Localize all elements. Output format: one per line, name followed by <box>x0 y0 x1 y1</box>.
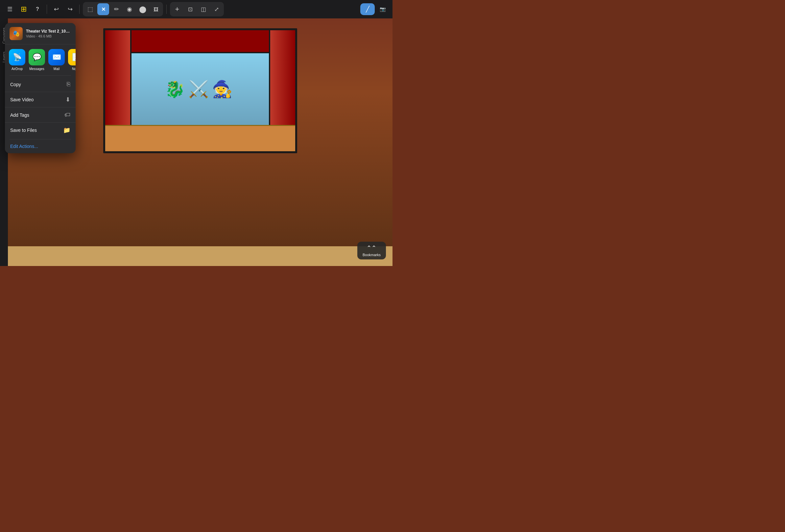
bookmarks-label: Bookmarks <box>362 253 381 257</box>
redo-button[interactable]: ↪ <box>64 3 76 15</box>
file-type: Video <box>26 34 35 38</box>
transform-icon: ✕ <box>101 6 105 12</box>
share-file-info: Theater Viz Test 2_1080x1920_High_Qu... … <box>26 29 71 38</box>
separator-2 <box>79 5 80 14</box>
save-to-files-icon: 📁 <box>63 127 70 134</box>
file-size: 49.6 MB <box>38 34 52 38</box>
bookmarks-button[interactable]: ⌃⌃ Bookmarks <box>357 242 386 259</box>
color-icon: ⬤ <box>139 5 146 13</box>
share-thumbnail: 🎭 <box>9 27 23 40</box>
save-to-files-label: Save to Files <box>10 128 37 133</box>
add-button[interactable]: + <box>171 3 183 15</box>
share-app-airdrop[interactable]: 📡 AirDrop <box>9 49 25 71</box>
share-file-name: Theater Viz Test 2_1080x1920_High_Qu... <box>26 29 71 33</box>
share-actions: Copy ⎘ Save Video ⬇ Add Tags 🏷 Save to F… <box>5 76 76 139</box>
share-app-mail[interactable]: ✉️ Mail <box>48 49 65 71</box>
edit-actions-row[interactable]: Edit Actions... <box>5 140 76 153</box>
messages-symbol: 💬 <box>32 53 42 61</box>
grid-button[interactable]: ⊞ <box>18 3 30 15</box>
color-tool-button[interactable]: ⬤ <box>137 3 149 15</box>
camera-icon: 📷 <box>380 6 386 12</box>
add-tags-icon: 🏷 <box>65 111 70 118</box>
airdrop-icon: 📡 <box>9 49 25 66</box>
brush-button[interactable]: ╱ <box>360 3 375 15</box>
copy-icon: ⎘ <box>67 81 70 88</box>
pen-tool-button[interactable]: ✏ <box>110 3 122 15</box>
question-icon: ? <box>36 6 39 12</box>
share-file-meta: Video · 49.6 MB <box>26 34 71 38</box>
notes-label: Notes <box>72 67 76 71</box>
share-header: 🎭 Theater Viz Test 2_1080x1920_High_Qu..… <box>5 23 76 44</box>
media-icon: 🖼 <box>153 6 158 12</box>
select-tool-button[interactable]: ⬚ <box>84 3 96 15</box>
messages-label: Messages <box>29 67 44 71</box>
add-icon: + <box>175 5 179 14</box>
fill-tool-button[interactable]: ◉ <box>124 3 135 15</box>
copy-label: Copy <box>10 82 21 87</box>
save-video-icon: ⬇ <box>66 96 70 103</box>
edit-actions-label: Edit Actions... <box>10 144 38 149</box>
help-button[interactable]: ? <box>31 3 43 15</box>
toolbar: ☰ ⊞ ? ↩ ↪ ⬚ ✕ ✏ ◉ ⬤ 🖼 + <box>0 0 392 19</box>
mail-symbol: ✉️ <box>52 53 61 61</box>
camera-button[interactable]: 📷 <box>377 3 388 15</box>
layers-button[interactable]: ◫ <box>198 3 209 15</box>
share-apps-row: 📡 AirDrop 💬 Messages ✉️ Mail 📝 Notes 🔶 <box>5 44 76 75</box>
stage-characters: 🐉⚔️🧙 <box>165 80 236 99</box>
save-to-files-action[interactable]: Save to Files 📁 <box>5 123 76 138</box>
hamburger-icon: ☰ <box>7 6 12 13</box>
airdrop-label: AirDrop <box>11 67 23 71</box>
animate-button[interactable]: ⤢ <box>211 3 223 15</box>
brush-icon: ╱ <box>366 6 370 13</box>
fill-icon: ◉ <box>127 6 132 13</box>
mail-label: Mail <box>54 67 59 71</box>
transform-tool-button[interactable]: ✕ <box>97 3 109 15</box>
mail-icon: ✉️ <box>48 49 65 66</box>
crop-button[interactable]: ⊡ <box>184 3 196 15</box>
share-panel: 🎭 Theater Viz Test 2_1080x1920_High_Qu..… <box>5 23 76 153</box>
media-tool-button[interactable]: 🖼 <box>150 3 162 15</box>
toolbar-end: ╱ 📷 <box>360 3 388 15</box>
undo-icon: ↩ <box>54 6 59 13</box>
crop-icon: ⊡ <box>188 6 193 13</box>
stage-floor <box>105 125 295 151</box>
bookmarks-icon: ⌃⌃ <box>366 244 376 252</box>
undo-button[interactable]: ↩ <box>50 3 62 15</box>
separator-1 <box>47 5 47 14</box>
notes-symbol: 📝 <box>72 53 76 61</box>
messages-icon: 💬 <box>29 49 45 66</box>
copy-action[interactable]: Copy ⎘ <box>5 77 76 92</box>
notes-icon: 📝 <box>68 49 76 66</box>
thumb-emoji: 🎭 <box>12 30 20 37</box>
redo-icon: ↪ <box>68 6 73 13</box>
layout-group: + ⊡ ◫ ⤢ <box>170 2 224 17</box>
menu-button[interactable]: ☰ <box>4 3 16 15</box>
layers-icon: ◫ <box>201 6 206 13</box>
bottom-strip <box>8 246 392 266</box>
stage-content: 🐉⚔️🧙 <box>131 53 269 125</box>
animate-icon: ⤢ <box>214 6 219 13</box>
top-curtain <box>105 30 295 53</box>
share-app-messages[interactable]: 💬 Messages <box>29 49 45 71</box>
tools-group: ⬚ ✕ ✏ ◉ ⬤ 🖼 <box>83 2 163 17</box>
add-tags-label: Add Tags <box>10 112 29 118</box>
share-app-notes[interactable]: 📝 Notes <box>68 49 76 71</box>
airdrop-symbol: 📡 <box>13 53 22 61</box>
add-tags-action[interactable]: Add Tags 🏷 <box>5 107 76 123</box>
grid-icon: ⊞ <box>21 5 27 14</box>
separator-3 <box>166 5 167 14</box>
save-video-action[interactable]: Save Video ⬇ <box>5 92 76 107</box>
stage-area: 🐉⚔️🧙 <box>103 28 297 153</box>
save-video-label: Save Video <box>10 97 33 102</box>
select-icon: ⬚ <box>87 6 93 13</box>
pen-icon: ✏ <box>114 6 119 13</box>
